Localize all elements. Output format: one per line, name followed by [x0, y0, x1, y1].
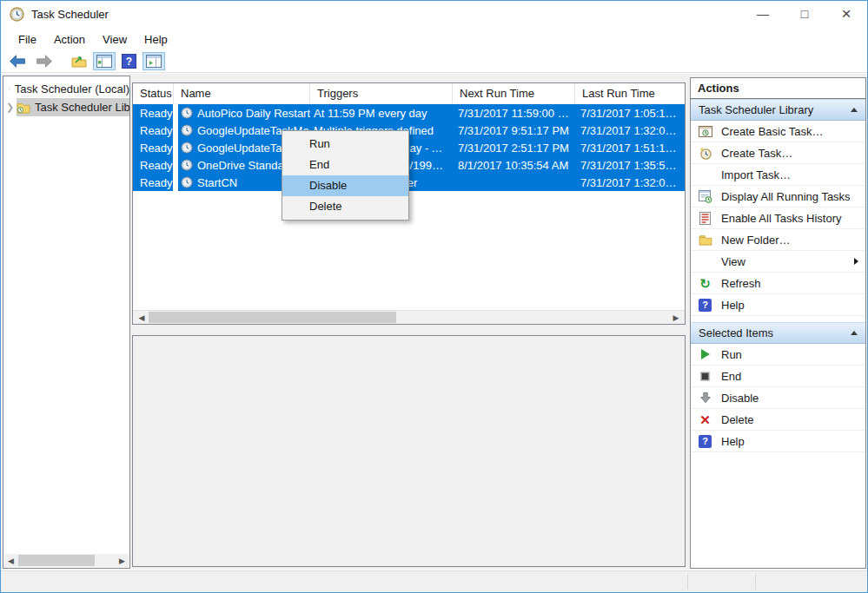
workspace: Task Scheduler (Local) ❯ Task Scheduler …: [1, 74, 867, 570]
clock-icon: [9, 82, 10, 96]
show-console-tree-icon: [96, 55, 112, 68]
disable-icon: [698, 391, 712, 405]
close-button[interactable]: ×: [825, 1, 867, 27]
column-header-triggers[interactable]: Triggers: [310, 83, 453, 103]
delete-icon: ✕: [698, 412, 712, 427]
row-status: Ready: [133, 139, 173, 156]
row-last-run: 7/31/2017 1:35:57 PM: [575, 156, 685, 174]
scroll-left-icon[interactable]: ◀: [135, 311, 149, 324]
scroll-right-icon[interactable]: ▶: [669, 311, 683, 324]
action-display-all-running-tasks[interactable]: Display All Running Tasks: [691, 186, 865, 208]
tree-item-task-scheduler-library[interactable]: ❯ Task Scheduler Library: [3, 98, 129, 116]
row-last-run: 7/31/2017 1:32:02 PM: [575, 174, 685, 191]
row-next-run: 7/31/2017 2:51:17 PM: [453, 139, 575, 156]
action-new-folder[interactable]: New Folder…: [691, 229, 865, 251]
context-menu-end[interactable]: End: [282, 155, 408, 175]
action-help-selected[interactable]: ? Help: [691, 431, 865, 452]
menu-help[interactable]: Help: [136, 30, 176, 49]
menu-view[interactable]: View: [94, 30, 136, 49]
help-icon: ?: [698, 434, 712, 449]
console-tree-pane: Task Scheduler (Local) ❯ Task Scheduler …: [3, 76, 130, 569]
window-title: Task Scheduler: [31, 8, 109, 21]
section-header-task-scheduler-library[interactable]: Task Scheduler Library: [691, 99, 865, 121]
action-delete[interactable]: ✕ Delete: [691, 409, 865, 431]
context-menu-disable[interactable]: Disable: [282, 175, 408, 196]
chevron-right-icon[interactable]: ❯: [3, 102, 17, 113]
menu-action[interactable]: Action: [45, 30, 94, 49]
collapse-icon[interactable]: [851, 331, 858, 335]
action-disable[interactable]: Disable: [691, 387, 865, 409]
forward-button[interactable]: [32, 52, 56, 70]
column-header-next-run-time[interactable]: Next Run Time: [453, 83, 575, 103]
row-next-run: 8/1/2017 10:35:54 AM: [453, 156, 575, 174]
action-import-task[interactable]: Import Task…: [691, 164, 865, 186]
collapse-icon[interactable]: [851, 108, 858, 112]
column-header-status[interactable]: Status: [133, 83, 174, 103]
export-list-button[interactable]: [68, 52, 90, 71]
show-console-tree-button[interactable]: [93, 52, 116, 70]
export-list-icon: [71, 55, 87, 69]
submenu-arrow-icon: [854, 258, 858, 265]
clock-icon: [181, 142, 193, 154]
status-bar-divider: [755, 574, 756, 590]
action-enable-all-tasks-history[interactable]: Enable All Tasks History: [691, 208, 865, 229]
action-create-basic-task[interactable]: Create Basic Task…: [691, 121, 865, 142]
no-icon: [698, 254, 712, 269]
help-toolbar-button[interactable]: ?: [118, 51, 140, 71]
maximize-button[interactable]: □: [784, 1, 825, 27]
run-icon: [698, 347, 712, 362]
scrollbar-thumb[interactable]: [149, 312, 396, 323]
show-action-pane-button[interactable]: [142, 52, 165, 70]
column-header-last-run-time[interactable]: Last Run Time: [575, 83, 685, 103]
refresh-icon: ↻: [698, 276, 712, 291]
row-last-run: 7/31/2017 1:32:02 PM: [575, 122, 685, 139]
row-next-run: [453, 174, 575, 191]
section-header-selected-items[interactable]: Selected Items: [691, 322, 865, 344]
create-basic-task-icon: [698, 124, 712, 139]
tree-item-label: Task Scheduler (Local): [15, 82, 129, 96]
clock-icon: [181, 107, 193, 119]
task-preview-pane: [132, 335, 686, 567]
status-bar: [1, 570, 867, 592]
task-row-autopico[interactable]: Ready AutoPico Daily Restart At 11:59 PM…: [133, 104, 685, 122]
action-create-task[interactable]: Create Task…: [691, 142, 865, 164]
row-status: Ready: [133, 122, 173, 139]
tree-horizontal-scrollbar[interactable]: ◀ ▶: [4, 554, 129, 567]
show-action-pane-icon: [146, 55, 162, 68]
end-icon: [698, 369, 712, 384]
library-folder-icon: [17, 102, 30, 114]
action-help[interactable]: ? Help: [691, 294, 865, 316]
create-task-icon: [698, 146, 712, 161]
actions-pane: Actions Task Scheduler Library Create Ba…: [690, 77, 866, 569]
tree-item-label: Task Scheduler Library: [35, 101, 129, 114]
help-icon: ?: [698, 298, 712, 313]
action-view[interactable]: View: [691, 251, 865, 273]
context-menu-delete[interactable]: Delete: [282, 196, 408, 217]
minimize-button[interactable]: —: [742, 1, 784, 27]
action-refresh[interactable]: ↻ Refresh: [691, 273, 865, 294]
clock-icon: [181, 159, 193, 171]
list-horizontal-scrollbar[interactable]: ◀ ▶: [133, 310, 685, 324]
context-menu-run[interactable]: Run: [282, 134, 408, 155]
clock-app-icon: [10, 7, 24, 22]
actions-pane-title: Actions: [691, 78, 865, 99]
back-arrow-icon: [9, 55, 26, 68]
action-end[interactable]: End: [691, 366, 865, 387]
new-folder-icon: [698, 233, 712, 247]
scrollbar-thumb[interactable]: [18, 555, 95, 566]
context-menu: Run End Disable Delete: [282, 130, 409, 221]
back-button[interactable]: [5, 52, 30, 70]
tree-item-task-scheduler-local[interactable]: Task Scheduler (Local): [3, 80, 129, 98]
scroll-left-icon[interactable]: ◀: [4, 554, 17, 567]
forward-arrow-icon: [36, 55, 53, 68]
column-header-name[interactable]: Name: [174, 83, 310, 103]
display-running-tasks-icon: [698, 189, 712, 204]
status-bar-divider: [687, 574, 688, 590]
row-next-run: 7/31/2017 9:51:17 PM: [453, 122, 575, 139]
action-run[interactable]: Run: [691, 344, 865, 366]
tree-item-selected-highlight: Task Scheduler Library: [17, 98, 129, 116]
task-list-header: Status Name Triggers Next Run Time Last …: [133, 83, 685, 104]
row-triggers: At 11:59 PM every day: [310, 104, 453, 122]
scroll-right-icon[interactable]: ▶: [116, 554, 129, 567]
menu-file[interactable]: File: [10, 30, 45, 49]
